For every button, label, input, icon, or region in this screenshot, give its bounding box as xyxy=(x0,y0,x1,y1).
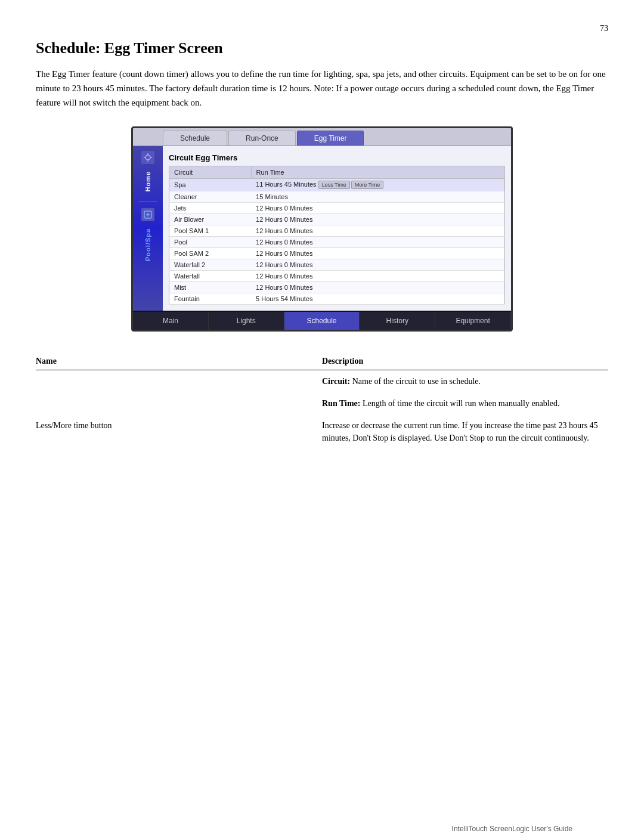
runtime-cell: 15 Minutes xyxy=(251,191,504,203)
circuit-cell: Fountain xyxy=(169,293,252,305)
tab-egg-timer[interactable]: Egg Timer xyxy=(297,131,364,145)
nav-equipment[interactable]: Equipment xyxy=(435,312,511,330)
table-row[interactable]: Pool SAM 112 Hours 0 Minutes xyxy=(169,225,505,237)
intro-paragraph: The Egg Timer feature (count down timer)… xyxy=(36,67,608,110)
circuit-cell: Mist xyxy=(169,282,252,293)
col-header-runtime: Run Time xyxy=(251,166,504,179)
sidebar-home-label[interactable]: Home xyxy=(144,171,151,192)
col-header-circuit: Circuit xyxy=(169,166,252,179)
runtime-cell: 5 Hours 54 Minutes xyxy=(251,293,504,305)
less-time-button[interactable]: Less Time xyxy=(318,181,350,189)
runtime-cell: 12 Hours 0 Minutes xyxy=(251,203,504,214)
runtime-cell: 12 Hours 0 Minutes xyxy=(251,214,504,225)
circuit-egg-timers-title: Circuit Egg Timers xyxy=(169,153,505,162)
circuit-cell: Waterfall 2 xyxy=(169,259,252,271)
desc-header-name: Name xyxy=(36,353,322,370)
sidebar-divider xyxy=(139,202,157,202)
screenshot-container: Schedule Run-Once Egg Timer xyxy=(36,126,608,332)
table-row[interactable]: Cleaner15 Minutes xyxy=(169,191,505,203)
page-number: 73 xyxy=(36,24,608,33)
circuit-cell: Spa xyxy=(169,179,252,191)
footer-text: IntelliTouch ScreenLogic User's Guide xyxy=(452,825,572,833)
less-more-buttons: Less TimeMore Time xyxy=(318,181,384,189)
more-time-button[interactable]: More Time xyxy=(351,181,384,189)
nav-schedule[interactable]: Schedule xyxy=(284,312,360,330)
table-row[interactable]: Spa11 Hours 45 Minutes Less TimeMore Tim… xyxy=(169,179,505,191)
screen-content: Home Pool/Spa Circuit Egg Timers xyxy=(133,146,511,311)
svg-point-0 xyxy=(145,155,150,160)
sidebar-pool-label[interactable]: Pool/Spa xyxy=(144,228,151,261)
table-row[interactable]: Waterfall12 Hours 0 Minutes xyxy=(169,271,505,282)
circuit-cell: Waterfall xyxy=(169,271,252,282)
table-row[interactable]: Mist12 Hours 0 Minutes xyxy=(169,282,505,293)
runtime-cell: 11 Hours 45 Minutes Less TimeMore Time xyxy=(251,179,504,191)
circuit-cell: Pool SAM 2 xyxy=(169,248,252,259)
desc-name-circuit xyxy=(36,370,322,393)
runtime-cell: 12 Hours 0 Minutes xyxy=(251,271,504,282)
table-row[interactable]: Waterfall 212 Hours 0 Minutes xyxy=(169,259,505,271)
runtime-cell: 12 Hours 0 Minutes xyxy=(251,282,504,293)
table-row[interactable]: Air Blower12 Hours 0 Minutes xyxy=(169,214,505,225)
circuit-cell: Cleaner xyxy=(169,191,252,203)
table-row[interactable]: Fountain5 Hours 54 Minutes xyxy=(169,293,505,305)
desc-row-lessmore: Less/More time button Increase or decrea… xyxy=(36,414,608,449)
tab-row: Schedule Run-Once Egg Timer xyxy=(133,128,511,146)
circuit-cell: Pool xyxy=(169,237,252,248)
table-row[interactable]: Pool12 Hours 0 Minutes xyxy=(169,237,505,248)
desc-name-lessmore: Less/More time button xyxy=(36,414,322,449)
desc-name-runtime xyxy=(36,392,322,414)
nav-history[interactable]: History xyxy=(360,312,435,330)
runtime-cell: 12 Hours 0 Minutes xyxy=(251,259,504,271)
tab-schedule[interactable]: Schedule xyxy=(163,131,227,145)
desc-lessmore: Increase or decrease the current run tim… xyxy=(322,414,608,449)
desc-row-runtime: Run Time: Length of time the circuit wil… xyxy=(36,392,608,414)
table-area: Circuit Egg Timers Circuit Run Time Spa1… xyxy=(163,146,511,311)
desc-row-circuit: Circuit: Name of the circuit to use in s… xyxy=(36,370,608,393)
desc-circuit: Circuit: Name of the circuit to use in s… xyxy=(322,370,608,393)
sidebar: Home Pool/Spa xyxy=(133,146,163,311)
sidebar-settings-icon[interactable] xyxy=(141,151,154,164)
sidebar-pool-icon[interactable] xyxy=(141,208,154,221)
device-screen: Schedule Run-Once Egg Timer xyxy=(131,126,513,332)
runtime-cell: 12 Hours 0 Minutes xyxy=(251,225,504,237)
circuit-cell: Jets xyxy=(169,203,252,214)
circuit-cell: Pool SAM 1 xyxy=(169,225,252,237)
runtime-cell: 12 Hours 0 Minutes xyxy=(251,248,504,259)
circuit-cell: Air Blower xyxy=(169,214,252,225)
table-row[interactable]: Pool SAM 212 Hours 0 Minutes xyxy=(169,248,505,259)
table-row[interactable]: Jets12 Hours 0 Minutes xyxy=(169,203,505,214)
desc-header-description: Description xyxy=(322,353,608,370)
description-table: Name Description Circuit: Name of the ci… xyxy=(36,353,608,449)
bottom-nav: Main Lights Schedule History Equipment xyxy=(133,311,511,330)
tab-run-once[interactable]: Run-Once xyxy=(228,131,296,145)
page-title: Schedule: Egg Timer Screen xyxy=(36,39,608,57)
circuit-table: Circuit Run Time Spa11 Hours 45 Minutes … xyxy=(169,166,505,305)
desc-runtime: Run Time: Length of time the circuit wil… xyxy=(322,392,608,414)
runtime-cell: 12 Hours 0 Minutes xyxy=(251,237,504,248)
nav-main[interactable]: Main xyxy=(133,312,209,330)
nav-lights[interactable]: Lights xyxy=(209,312,284,330)
